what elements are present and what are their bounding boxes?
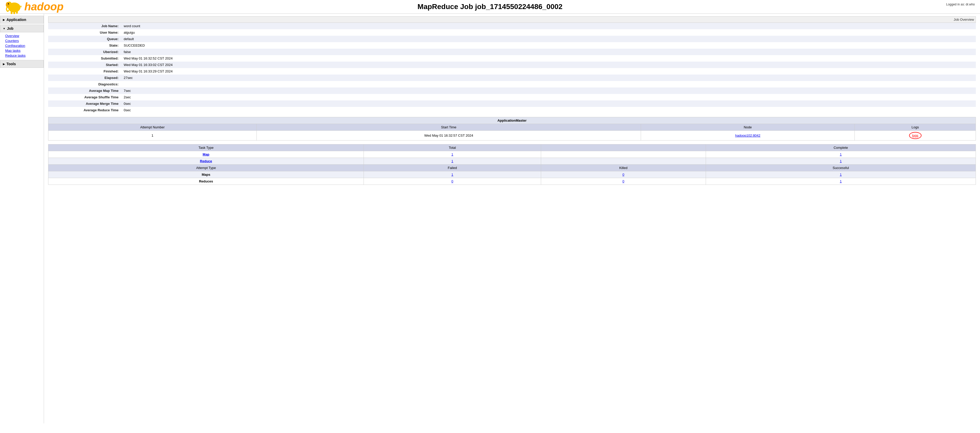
overview-value-8: 27sec	[121, 75, 976, 81]
overview-value-6: Wed May 01 16:33:02 CST 2024	[121, 62, 976, 68]
reduces-killed-link[interactable]: 0	[622, 179, 624, 183]
overview-label-7: Finished:	[48, 68, 121, 75]
logged-in-label: Logged in as: dr.who	[946, 3, 975, 6]
maps-failed-link[interactable]: 1	[451, 173, 453, 177]
overview-value-0: word count	[121, 23, 976, 29]
reduces-failed-link[interactable]: 0	[451, 179, 453, 183]
sidebar-tools-section: ▶ Tools	[0, 60, 44, 68]
task-map-label: Map	[48, 151, 364, 158]
svg-point-2	[6, 2, 9, 8]
sidebar-tools-header[interactable]: ▶ Tools	[0, 60, 44, 68]
maps-killed: 0	[541, 171, 706, 178]
am-col-attempt: Attempt Number	[48, 124, 257, 131]
overview-label-10: Average Map Time	[48, 88, 121, 94]
am-node-link[interactable]: hadoop102:8042	[735, 134, 760, 137]
task-reduce-complete-link[interactable]: 1	[840, 159, 842, 163]
job-overview-table: Job Overview Job Name:word countUser Nam…	[48, 16, 976, 113]
task-reduce-spacer	[541, 158, 706, 165]
am-start-time: Wed May 01 16:32:57 CST 2024	[257, 131, 641, 140]
hadoop-elephant-icon	[5, 0, 23, 14]
sidebar-item-counters[interactable]: Counters	[5, 38, 44, 43]
sidebar-item-overview[interactable]: Overview	[5, 33, 44, 38]
logs-circle-annotation: logs	[909, 132, 921, 139]
overview-label-6: Started:	[48, 62, 121, 68]
sidebar-job-header[interactable]: ▼ Job	[0, 25, 44, 32]
task-complete-header: Complete	[706, 145, 975, 151]
task-summary-table: Task Type Total Complete Map 1 1	[48, 144, 976, 185]
sidebar-application-label: Application	[6, 18, 26, 22]
sidebar-item-reduce-tasks[interactable]: Reduce tasks	[5, 53, 44, 58]
overview-value-2: default	[121, 36, 976, 42]
reduces-successful: 1	[706, 178, 975, 185]
overview-label-9: Diagnostics:	[48, 81, 121, 88]
sidebar-item-map-tasks[interactable]: Map tasks	[5, 48, 44, 53]
overview-label-12: Average Merge Time	[48, 100, 121, 107]
maps-successful: 1	[706, 171, 975, 178]
overview-label-4: Uberized:	[48, 49, 121, 55]
overview-label-8: Elapsed:	[48, 75, 121, 81]
page-header: hadoop MapReduce Job job_1714550224486_0…	[0, 0, 980, 14]
overview-value-10: 7sec	[121, 88, 976, 94]
sidebar-application-header[interactable]: ▶ Application	[0, 16, 44, 24]
task-total-header: Total	[364, 145, 541, 151]
application-arrow-icon: ▶	[3, 18, 5, 21]
main-layout: ▶ Application ▼ Job Overview Counters Co…	[0, 14, 980, 423]
sidebar-application-section: ▶ Application	[0, 16, 44, 24]
task-reduce-label: Reduce	[48, 158, 364, 165]
overview-label-3: State:	[48, 42, 121, 49]
svg-rect-6	[16, 11, 18, 13]
task-spacer-header	[541, 145, 706, 151]
am-attempt-number: 1	[48, 131, 257, 140]
reduces-successful-link[interactable]: 1	[840, 179, 842, 183]
svg-point-3	[8, 3, 9, 5]
task-reduce-complete: 1	[706, 158, 975, 165]
reduces-failed: 0	[364, 178, 541, 185]
sidebar: ▶ Application ▼ Job Overview Counters Co…	[0, 14, 44, 423]
task-map-complete-link[interactable]: 1	[840, 153, 842, 156]
overview-value-7: Wed May 01 16:33:29 CST 2024	[121, 68, 976, 75]
overview-label-1: User Name:	[48, 29, 121, 36]
task-map-total: 1	[364, 151, 541, 158]
attempt-failed-header: Failed	[364, 165, 541, 171]
task-reduce-total-link[interactable]: 1	[451, 159, 453, 163]
sidebar-job-items: Overview Counters Configuration Map task…	[0, 32, 44, 59]
task-map-complete: 1	[706, 151, 975, 158]
am-title: ApplicationMaster	[48, 117, 976, 124]
task-map-spacer	[541, 151, 706, 158]
maps-failed: 1	[364, 171, 541, 178]
sidebar-job-section: ▼ Job Overview Counters Configuration Ma…	[0, 25, 44, 59]
sidebar-tools-label: Tools	[6, 62, 16, 66]
sidebar-item-configuration[interactable]: Configuration	[5, 43, 44, 48]
overview-label-11: Average Shuffle Time	[48, 94, 121, 100]
overview-value-4: false	[121, 49, 976, 55]
svg-rect-5	[13, 11, 15, 14]
job-arrow-icon: ▼	[3, 27, 5, 30]
maps-successful-link[interactable]: 1	[840, 173, 842, 177]
overview-label-2: Queue:	[48, 36, 121, 42]
task-reduce-total: 1	[364, 158, 541, 165]
task-reduce-link[interactable]: Reduce	[200, 159, 212, 163]
overview-value-5: Wed May 01 16:32:52 CST 2024	[121, 55, 976, 62]
job-overview-caption: Job Overview	[48, 16, 976, 23]
overview-value-13: 0sec	[121, 107, 976, 113]
overview-label-5: Submitted:	[48, 55, 121, 62]
overview-value-11: 2sec	[121, 94, 976, 100]
am-logs-cell: logs	[855, 131, 976, 140]
attempt-killed-header: Killed	[541, 165, 706, 171]
am-col-start-time: Start Time	[257, 124, 641, 131]
page-title: MapReduce Job job_1714550224486_0002	[417, 3, 562, 11]
overview-value-9	[121, 81, 976, 88]
hadoop-logo-text: hadoop	[24, 0, 64, 13]
logo-area: hadoop	[5, 0, 64, 14]
am-logs-link[interactable]: logs	[912, 134, 918, 137]
task-type-header: Task Type	[48, 145, 364, 151]
maps-attempt-label: Maps	[48, 171, 364, 178]
task-map-total-link[interactable]: 1	[451, 153, 453, 156]
overview-value-3: SUCCEEDED	[121, 42, 976, 49]
attempt-type-header: Attempt Type	[48, 165, 364, 171]
overview-value-12: 0sec	[121, 100, 976, 107]
task-map-link[interactable]: Map	[203, 153, 209, 156]
maps-killed-link[interactable]: 0	[622, 173, 624, 177]
reduces-attempt-label: Reduces	[48, 178, 364, 185]
main-content: Job Overview Job Name:word countUser Nam…	[44, 14, 980, 423]
